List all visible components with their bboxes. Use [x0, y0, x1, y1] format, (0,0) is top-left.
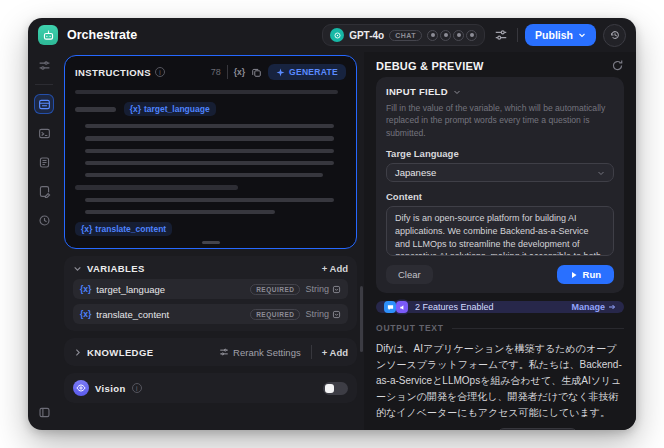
variable-chip[interactable]: {x} translate_content — [75, 222, 172, 236]
sidebar-item-monitoring[interactable] — [34, 210, 54, 230]
instructions-editor[interactable]: INSTRUCTIONS i 78 {x} GENER — [64, 55, 357, 249]
variable-x-icon: {x} — [80, 284, 91, 294]
vision-toggle[interactable] — [323, 382, 348, 395]
version-history-icon[interactable] — [603, 24, 626, 47]
openai-logo-icon — [330, 28, 344, 42]
prompt-skeleton: {x} target_language {x} translate_conte — [75, 90, 346, 236]
feature-chat-icon — [384, 301, 396, 313]
capability-icon — [453, 30, 464, 41]
input-field-description: Fill in the value of the variable, which… — [386, 102, 614, 139]
left-sidebar — [28, 52, 60, 430]
variables-section: VARIABLES + Add {x} target_language REQU… — [64, 256, 357, 331]
generate-label: GENERATE — [289, 67, 338, 77]
instructions-title: INSTRUCTIONS — [75, 67, 151, 78]
info-icon: i — [155, 67, 165, 77]
variable-row[interactable]: {x} translate_content REQUIRED String — [73, 304, 348, 324]
model-name: GPT-4o — [349, 30, 384, 41]
sidebar-item-orchestrate[interactable] — [34, 94, 54, 114]
add-variable-button[interactable]: + Add — [322, 263, 348, 274]
sidebar-item-tune[interactable] — [34, 55, 54, 75]
knowledge-section: KNOWLEDGE Rerank Settings + Add — [64, 338, 357, 366]
required-badge: REQUIRED — [250, 284, 300, 295]
run-label: Run — [583, 269, 601, 280]
variable-x-icon: {x} — [81, 224, 92, 234]
variable-chip-label: translate_content — [95, 224, 166, 234]
capability-icon — [427, 30, 438, 41]
eye-icon — [73, 380, 89, 396]
variable-name: target_language — [96, 284, 165, 295]
variable-x-icon: {x} — [80, 309, 91, 319]
variable-chip[interactable]: {x} target_language — [124, 102, 216, 116]
divider — [452, 328, 624, 329]
rerank-settings-button[interactable]: Rerank Settings — [219, 347, 301, 358]
variable-chip-label: target_language — [144, 104, 210, 114]
variable-type-label: String — [305, 309, 329, 319]
manage-features-button[interactable]: Manage — [571, 302, 616, 312]
variable-x-icon: {x} — [130, 104, 141, 114]
model-settings-icon[interactable] — [492, 26, 510, 44]
divider — [517, 28, 518, 42]
chevron-down-icon — [578, 31, 586, 39]
titlebar: Orchestrate GPT-4o CHAT — [28, 18, 636, 52]
output-text: Difyは、AIアプリケーションを構築するためのオープンソースプラットフォームで… — [376, 341, 624, 420]
required-badge: REQUIRED — [250, 309, 300, 320]
output-title: OUTPUT TEXT — [376, 323, 444, 333]
model-capability-icons — [427, 30, 477, 41]
chevron-down-icon — [597, 169, 605, 177]
copy-icon[interactable] — [251, 67, 262, 78]
type-icon — [332, 310, 341, 319]
generate-button[interactable]: GENERATE — [268, 64, 346, 80]
insert-variable-icon[interactable]: {x} — [234, 67, 245, 77]
content-field-label: Content — [386, 191, 614, 202]
publish-button[interactable]: Publish — [525, 24, 596, 46]
clear-button[interactable]: Clear — [386, 265, 433, 284]
variable-row[interactable]: {x} target_language REQUIRED String — [73, 279, 348, 299]
input-field-card: INPUT FIELD Fill in the value of the var… — [376, 77, 624, 293]
vision-section: Vision i — [64, 373, 357, 403]
feature-tts-icon — [396, 301, 408, 313]
resize-handle[interactable] — [202, 241, 220, 244]
chevron-right-icon[interactable] — [73, 348, 82, 357]
knowledge-title: KNOWLEDGE — [87, 347, 153, 358]
rerank-label: Rerank Settings — [233, 347, 301, 358]
debug-panel: DEBUG & PREVIEW INPUT FIELD Fill in the … — [364, 52, 636, 430]
variable-type-label: String — [305, 284, 329, 294]
collapse-sidebar-icon[interactable] — [34, 402, 54, 422]
divider — [311, 345, 312, 359]
sidebar-item-terminal[interactable] — [34, 123, 54, 143]
run-button[interactable]: Run — [557, 265, 614, 284]
sidebar-item-annotation[interactable] — [34, 181, 54, 201]
app-robot-icon[interactable] — [38, 25, 58, 45]
divider — [35, 84, 53, 85]
add-knowledge-button[interactable]: + Add — [322, 347, 348, 358]
sparkle-icon — [276, 68, 285, 77]
refresh-icon[interactable] — [611, 59, 624, 72]
chevron-down-icon[interactable] — [73, 264, 82, 273]
capability-icon — [466, 30, 477, 41]
language-select-value: Japanese — [395, 167, 436, 178]
variable-type-select[interactable]: String — [305, 309, 341, 319]
content-textarea[interactable]: Dify is an open-source platform for buil… — [386, 206, 614, 256]
language-select[interactable]: Japanese — [386, 163, 614, 182]
variable-name: translate_content — [96, 309, 169, 320]
play-icon — [570, 271, 578, 279]
chevron-down-icon[interactable] — [453, 88, 461, 96]
model-mode-badge: CHAT — [389, 30, 422, 41]
app-window: Orchestrate GPT-4o CHAT — [28, 18, 636, 430]
input-field-title: INPUT FIELD — [386, 86, 448, 97]
arrow-right-icon — [608, 303, 616, 311]
manage-label: Manage — [571, 302, 605, 312]
variable-type-select[interactable]: String — [305, 284, 341, 294]
divider — [227, 65, 228, 79]
sidebar-item-logs[interactable] — [34, 152, 54, 172]
main-scrollbar[interactable] — [360, 286, 363, 352]
more-like-this-button[interactable]: More like this — [497, 428, 578, 430]
debug-title: DEBUG & PREVIEW — [376, 60, 484, 72]
features-label: 2 Features Enabled — [415, 302, 494, 312]
publish-label: Publish — [535, 29, 573, 41]
orchestrate-panel: INSTRUCTIONS i 78 {x} GENER — [60, 52, 364, 430]
language-field-label: Targe Language — [386, 148, 614, 159]
features-bar[interactable]: 2 Features Enabled Manage — [376, 301, 624, 313]
model-selector[interactable]: GPT-4o CHAT — [322, 24, 485, 46]
info-icon: i — [132, 383, 142, 393]
